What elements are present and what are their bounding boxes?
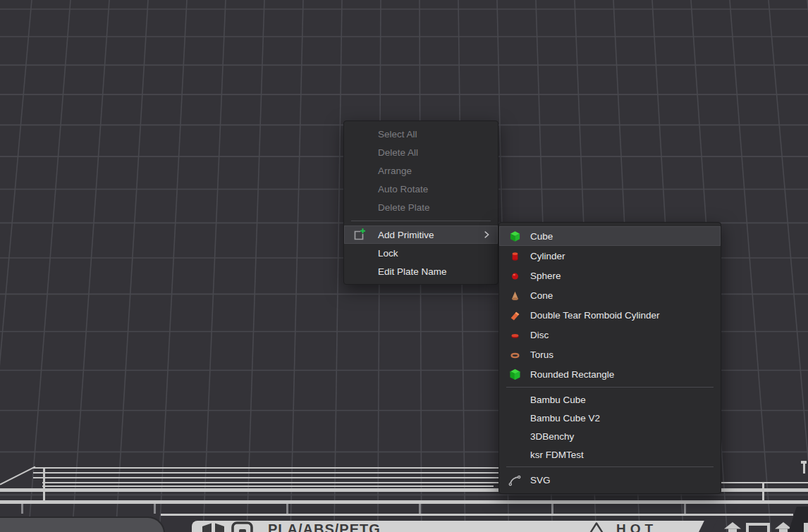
plate-label-strip: PLA/ABS/PETG HOT	[192, 521, 706, 532]
menu-item-bambu-cube[interactable]: Bambu Cube	[499, 390, 721, 409]
hot-surface-label: HOT	[616, 522, 657, 532]
menu-item-bambu-cube-v2[interactable]: Bambu Cube V2	[499, 409, 721, 427]
menu-item-label: Cube	[530, 231, 553, 242]
menu-item-label: Cone	[530, 290, 553, 301]
menu-item-label: Delete Plate	[378, 202, 430, 213]
rounded-rectangle-icon	[507, 364, 522, 384]
arrow-up-icon	[723, 522, 742, 532]
menu-item-cylinder[interactable]: Cylinder	[499, 246, 721, 266]
menu-item-double-tear-romboid-cylinder[interactable]: Double Tear Romboid Cylinder	[499, 305, 721, 325]
plate-material-label: PLA/ABS/PETG	[268, 522, 381, 532]
svg-icon	[507, 470, 522, 490]
double-tear-icon	[507, 305, 522, 325]
menu-item-label: Arrange	[378, 166, 412, 176]
menu-item-label: Torus	[530, 349, 553, 360]
plate-tick	[154, 504, 156, 514]
menu-item-label: Rounded Rectangle	[530, 369, 614, 380]
menu-item-label: Disc	[530, 330, 549, 340]
menu-item-edit-plate-name[interactable]: Edit Plate Name	[344, 262, 498, 280]
menu-item-arrange: Arrange	[344, 161, 498, 180]
disc-icon	[507, 325, 522, 345]
add-primitive-submenu: CubeCylinderSphereConeDouble Tear Romboi…	[498, 222, 721, 494]
menu-item-svg[interactable]: SVG	[499, 470, 721, 490]
menu-item-torus[interactable]: Torus	[499, 345, 721, 364]
plate-slot-icon	[746, 523, 770, 532]
hot-warning-icon	[586, 521, 607, 532]
plate-corner-vertical	[43, 467, 45, 502]
menu-divider	[506, 387, 714, 388]
menu-item-label: Auto Rotate	[378, 184, 428, 194]
menu-item-label: Add Primitive	[378, 230, 434, 240]
cone-icon	[507, 285, 522, 305]
menu-item-lock[interactable]: Lock	[344, 244, 498, 262]
torus-icon	[507, 345, 522, 364]
menu-item-rounded-rectangle[interactable]: Rounded Rectangle	[499, 364, 721, 384]
menu-item-label: Sphere	[530, 271, 561, 281]
menu-item-label: Lock	[378, 248, 398, 259]
menu-item-select-all: Select All	[344, 125, 498, 143]
menu-item-label: Delete All	[378, 147, 418, 158]
menu-item-sphere[interactable]: Sphere	[499, 266, 721, 285]
plate-tick	[286, 504, 288, 514]
submenu-arrow-icon	[482, 225, 491, 244]
plate-badge-icon	[231, 521, 254, 532]
menu-item-3dbenchy[interactable]: 3DBenchy	[499, 427, 721, 445]
menu-item-ksr-fdmtest[interactable]: ksr FDMTest	[499, 445, 721, 464]
menu-item-label: Double Tear Romboid Cylinder	[530, 310, 660, 321]
plate-corner-marking	[804, 523, 808, 532]
plate-corner-notch	[801, 461, 807, 464]
menu-divider	[506, 466, 714, 467]
plate-corner-notch	[803, 462, 805, 474]
menu-item-label: Bambu Cube	[530, 395, 586, 405]
menu-item-cone[interactable]: Cone	[499, 285, 721, 305]
menu-item-label: Bambu Cube V2	[530, 413, 600, 423]
menu-item-label: SVG	[530, 475, 551, 485]
menu-item-label: Cylinder	[530, 251, 565, 261]
menu-item-delete-all: Delete All	[344, 143, 498, 161]
menu-item-cube[interactable]: Cube	[499, 226, 721, 246]
menu-item-auto-rotate: Auto Rotate	[344, 180, 498, 198]
cube-icon	[507, 226, 522, 246]
sphere-icon	[507, 266, 522, 285]
cylinder-icon	[507, 246, 522, 266]
plate-tick	[551, 504, 553, 514]
menu-item-label: Select All	[378, 129, 417, 140]
menu-item-label: Edit Plate Name	[378, 266, 447, 277]
plate-edge-band	[0, 500, 808, 504]
menu-item-delete-plate: Delete Plate	[344, 198, 498, 216]
plate-edge-line	[42, 485, 494, 487]
plate-context-menu: Select AllDelete AllArrangeAuto RotateDe…	[343, 120, 498, 285]
plate-corner-vertical	[762, 482, 764, 504]
add-primitive-icon	[351, 225, 367, 244]
menu-item-label: ksr FDMTest	[530, 450, 584, 460]
menu-divider	[351, 221, 491, 221]
menu-item-label: 3DBenchy	[530, 431, 574, 442]
menu-item-add-primitive[interactable]: Add Primitive	[344, 225, 498, 244]
plate-tick	[684, 504, 686, 514]
menu-item-disc[interactable]: Disc	[499, 325, 721, 345]
plate-tick	[419, 504, 421, 514]
plate-tick	[21, 504, 23, 514]
plate-edge-line	[161, 514, 793, 516]
bambu-logo-icon	[202, 522, 226, 532]
plate-front-tab	[0, 516, 165, 532]
